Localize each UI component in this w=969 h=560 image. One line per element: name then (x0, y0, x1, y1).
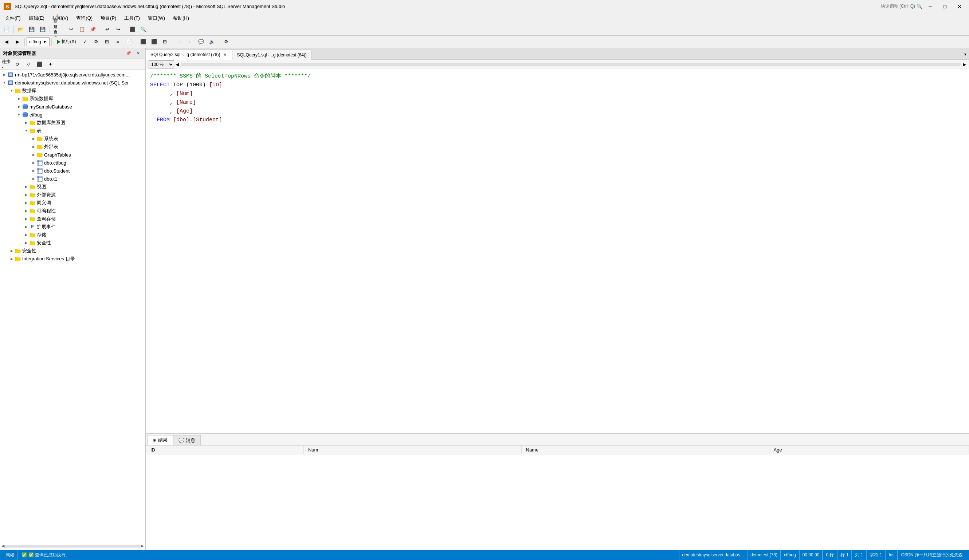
check-syntax-btn[interactable]: ✓ (80, 37, 90, 47)
expand-databases[interactable]: ▼ (9, 88, 15, 93)
database-selector[interactable]: ctfbug ▼ (27, 38, 50, 46)
tree-dbo-student[interactable]: ▶ dbo.Student (0, 167, 145, 175)
oe-stop-btn[interactable]: ⬛ (34, 60, 45, 69)
results-tab-messages[interactable]: 💬 消息 (173, 435, 201, 445)
minimize-button[interactable]: ─ (924, 2, 937, 12)
new-query-btn[interactable]: 📄 (2, 25, 12, 34)
results-to-text-btn[interactable]: ≡ (113, 37, 123, 47)
tree-mysample-db[interactable]: ▶ mySampleDatabase (0, 103, 145, 111)
menu-view[interactable]: 视图(V) (49, 14, 72, 23)
expand-server2[interactable]: ▼ (2, 80, 7, 86)
uncomment-btn[interactable]: 🔈 (207, 37, 217, 47)
expand-dbsec[interactable]: ▶ (23, 240, 29, 246)
expand-storage[interactable]: ▶ (23, 232, 29, 238)
menu-project[interactable]: 项目(P) (97, 14, 120, 23)
save-btn[interactable]: 💾 (27, 25, 37, 34)
tree-db-security[interactable]: ▶ 安全性 (0, 239, 145, 247)
menu-window[interactable]: 窗口(W) (144, 14, 169, 23)
tree-tables-folder[interactable]: ▼ 表 (0, 127, 145, 135)
menu-edit[interactable]: 编辑(E) (25, 14, 48, 23)
indent-btn[interactable]: → (174, 37, 184, 47)
find-btn[interactable]: 🔍 (138, 25, 148, 34)
execute-button[interactable]: 执行(X) (53, 37, 80, 47)
toggle-btn[interactable]: ⊟ (160, 37, 170, 47)
expand-dbo-student[interactable]: ▶ (31, 168, 37, 174)
oe-scroll-left[interactable]: ◀ (2, 543, 4, 548)
expand-server1[interactable]: ▶ (2, 72, 7, 78)
redo-btn[interactable]: ↪ (113, 25, 123, 34)
menu-tools[interactable]: 工具(T) (121, 14, 143, 23)
expand-mysample[interactable]: ▶ (16, 104, 22, 110)
outdent-btn[interactable]: ← (185, 37, 195, 47)
tree-ctfbug-db[interactable]: ▼ ctfbug (0, 111, 145, 119)
results-tab-grid[interactable]: ⊞ 结果 (147, 435, 173, 445)
tree-dbo-t1[interactable]: ▶ dbo.t1 (0, 175, 145, 183)
tree-db-diagram[interactable]: ▶ 数据库关系图 (0, 119, 145, 127)
tab-sqlquery1[interactable]: SQLQuery1.sql -...g (demotest (64)) (232, 50, 311, 60)
stop-btn[interactable]: ⬛ (138, 37, 148, 47)
tree-synonyms[interactable]: ▶ 同义词 (0, 199, 145, 207)
new-query-2-btn[interactable]: 📝新建查询(N) (52, 25, 62, 34)
oe-refresh-btn[interactable]: ⟳ (12, 60, 23, 69)
tree-server1[interactable]: ▶ rm-bp171v0ao56535dj3jo.sqlserver.rds.a… (0, 71, 145, 79)
menu-file[interactable]: 文件(F) (2, 14, 24, 23)
code-editor[interactable]: /******* SSMS 的 SelectTopNRows 命令的脚本 ***… (146, 69, 969, 433)
expand-extres[interactable]: ▶ (23, 192, 29, 198)
open-btn[interactable]: 📂 (16, 25, 26, 34)
tree-query-store[interactable]: ▶ 查询存储 (0, 215, 145, 223)
oe-scroll-right[interactable]: ▶ (141, 543, 143, 548)
save-all-btn[interactable]: 💾 (38, 25, 48, 34)
results-to-grid-btn[interactable]: ⊞ (102, 37, 112, 47)
tree-integration-services[interactable]: ▶ Integration Services 目录 (0, 255, 145, 263)
expand-sysdb[interactable]: ▶ (16, 96, 22, 101)
expand-tables[interactable]: ▼ (23, 128, 29, 134)
expand-dbo-t1[interactable]: ▶ (31, 176, 37, 182)
expand-serversec[interactable]: ▶ (9, 248, 15, 254)
expand-ctfbug[interactable]: ▼ (16, 112, 22, 118)
fwd-btn[interactable]: ▶ (12, 37, 23, 47)
expand-systables[interactable]: ▶ (31, 136, 37, 142)
cut-btn[interactable]: ✂ (66, 25, 76, 34)
back-btn[interactable]: ◀ (2, 37, 12, 47)
oe-pin-btn[interactable]: 📌 (125, 50, 133, 58)
maximize-button[interactable]: □ (938, 2, 952, 12)
nav-btn[interactable]: ⬛ (127, 25, 137, 34)
search-icon[interactable]: 🔍 (917, 3, 922, 9)
oe-connect-btn[interactable]: 连接· (2, 60, 12, 69)
tree-server2[interactable]: ▼ demotestmysqlserver.database.windows.n… (0, 79, 145, 86)
zoom-selector[interactable]: 100 % 75 % 125 % 150 % (149, 60, 174, 68)
tree-programmability[interactable]: ▶ 可编程性 (0, 207, 145, 215)
menu-query[interactable]: 查询(Q) (73, 14, 96, 23)
tree-databases-folder[interactable]: ▼ 数据库 (0, 86, 145, 95)
oe-close-btn[interactable]: ✕ (134, 50, 142, 58)
tree-server-security[interactable]: ▶ 安全性 (0, 247, 145, 255)
paste-btn[interactable]: 📌 (88, 25, 98, 34)
expand-exttables[interactable]: ▶ (31, 144, 37, 150)
expand-qstore[interactable]: ▶ (23, 216, 29, 222)
tab-sqlquery2[interactable]: SQLQuery2.sql -...g (demotest (78)) ✕ (146, 50, 232, 60)
menu-help[interactable]: 帮助(H) (170, 14, 193, 23)
tree-views-folder[interactable]: ▶ 视图 (0, 183, 145, 191)
tree-graph-tables[interactable]: ▶ GraphTables (0, 151, 145, 159)
options-btn[interactable]: ⚙ (221, 37, 231, 47)
expand-extevt[interactable]: ▶ (23, 224, 29, 230)
copy-btn[interactable]: 📋 (77, 25, 87, 34)
expand-graphtables[interactable]: ▶ (31, 152, 37, 158)
tree-dbo-ctfbug[interactable]: ▶ dbo.ctfbug (0, 159, 145, 167)
expand-synonyms[interactable]: ▶ (23, 200, 29, 206)
tree-ext-tables[interactable]: ▶ 外部表 (0, 143, 145, 151)
expand-dbdiagram[interactable]: ▶ (23, 120, 29, 126)
tree-ext-events[interactable]: ▶ E 扩展事件 (0, 223, 145, 231)
expand-is[interactable]: ▶ (9, 256, 15, 262)
tree-system-db[interactable]: ▶ 系统数据库 (0, 95, 145, 103)
tree-storage[interactable]: ▶ 存储 (0, 231, 145, 239)
expand-prog[interactable]: ▶ (23, 208, 29, 214)
oe-filter-btn[interactable]: ▽ (23, 60, 33, 69)
zoom-scroll-right[interactable]: ▶ (963, 62, 966, 67)
stop2-btn[interactable]: ⬛ (149, 37, 159, 47)
close-button[interactable]: ✕ (953, 2, 966, 12)
expand-views[interactable]: ▶ (23, 184, 29, 190)
zoom-scroll-left[interactable]: ◀ (176, 62, 179, 67)
tab-sqlquery2-close[interactable]: ✕ (222, 52, 227, 57)
tree-external-resources[interactable]: ▶ 外部资源 (0, 191, 145, 199)
